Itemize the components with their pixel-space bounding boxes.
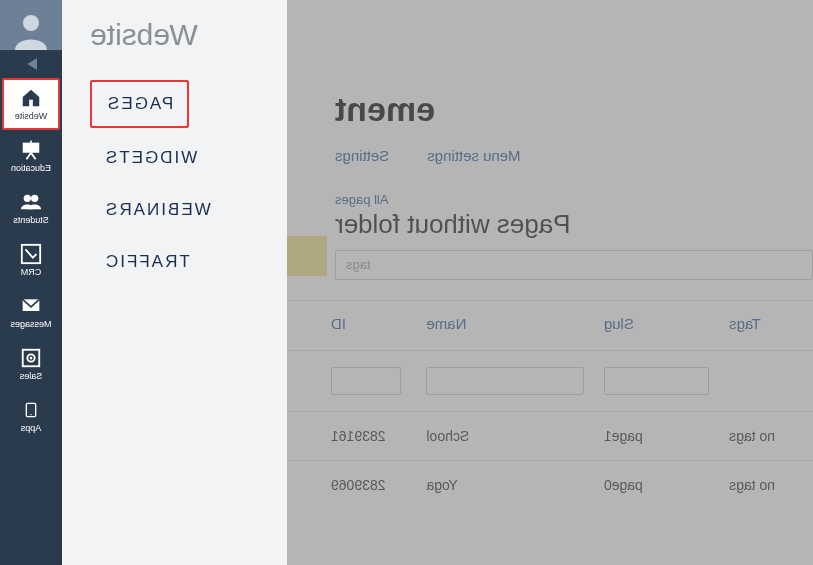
secondary-title: Website (90, 18, 287, 52)
breadcrumb[interactable]: All pages (287, 192, 813, 207)
filter-slug[interactable] (604, 367, 709, 395)
phone-icon (18, 399, 44, 421)
cell-name: School (416, 412, 593, 461)
nav-item-education[interactable]: Education (2, 130, 60, 182)
filter-row (287, 351, 813, 412)
col-name[interactable]: Name (416, 301, 593, 351)
nav-label: Messages (10, 319, 51, 329)
svg-point-0 (23, 15, 39, 31)
play-icon (25, 58, 37, 70)
secondary-item-widgets[interactable]: WIDGETS (90, 136, 211, 180)
secondary-item-traffic[interactable]: TRAFFIC (90, 240, 204, 284)
cell-slug[interactable]: page0 (594, 461, 719, 510)
nav-label: Apps (21, 423, 42, 433)
group-icon (18, 191, 44, 213)
svg-point-2 (31, 195, 38, 202)
col-slug[interactable]: Slug (594, 301, 719, 351)
checkbox-icon (18, 243, 44, 265)
filter-id[interactable] (331, 367, 401, 395)
nav-item-website[interactable]: Website (2, 78, 60, 130)
nav-label: Education (11, 163, 51, 173)
table-row[interactable]: no tags page0 Yoga 2839069 (287, 461, 813, 510)
svg-rect-1 (23, 143, 40, 153)
col-id[interactable]: ID (287, 301, 416, 351)
cell-tags: no tags (719, 461, 813, 510)
play-toggle[interactable] (0, 50, 62, 78)
envelope-icon (18, 295, 44, 317)
cell-tags: no tags (719, 412, 813, 461)
tab-menu-settings[interactable]: Menu settings (427, 147, 520, 164)
main-area: ement Menu settings Settings All pages P… (287, 0, 813, 565)
cell-id: 2839161 (287, 412, 416, 461)
pages-table: Tags Slug Name ID no tags page1 School 2… (287, 300, 813, 509)
avatar[interactable] (0, 0, 62, 50)
nav-item-messages[interactable]: Messages (2, 286, 60, 338)
subtitle: Pages without folder (287, 209, 813, 240)
secondary-item-pages[interactable]: PAGES (90, 80, 189, 128)
nav-label: Students (13, 215, 49, 225)
home-icon (18, 87, 44, 109)
col-tags[interactable]: Tags (719, 301, 813, 351)
nav-item-crm[interactable]: CRM (2, 234, 60, 286)
filter-name[interactable] (426, 367, 583, 395)
secondary-item-webinars[interactable]: WEBINARS (90, 188, 225, 232)
cell-slug[interactable]: page1 (594, 412, 719, 461)
nav-label: Website (15, 111, 47, 121)
cell-id: 2839069 (287, 461, 416, 510)
tags-filter[interactable]: tags (335, 250, 813, 280)
svg-rect-4 (22, 245, 40, 263)
cell-name: Yoga (416, 461, 593, 510)
nav-item-students[interactable]: Students (2, 182, 60, 234)
svg-point-3 (24, 195, 31, 202)
nav-item-sales[interactable]: Sales (2, 338, 60, 390)
user-icon (11, 10, 51, 50)
secondary-panel: Website PAGES WIDGETS WEBINARS TRAFFIC (62, 0, 287, 565)
nav-label: Sales (20, 371, 43, 381)
table-row[interactable]: no tags page1 School 2839161 (287, 412, 813, 461)
highlight-edge (287, 236, 327, 276)
safe-icon (18, 347, 44, 369)
nav-item-apps[interactable]: Apps (2, 390, 60, 442)
tab-settings[interactable]: Settings (335, 147, 389, 164)
nav-rail: Website Education Students CRM Messages … (0, 0, 62, 565)
svg-point-10 (30, 414, 31, 415)
nav-label: CRM (21, 267, 42, 277)
easel-icon (18, 139, 44, 161)
tags-input[interactable]: tags (335, 250, 813, 280)
table-header-row: Tags Slug Name ID (287, 301, 813, 351)
page-title: ement (287, 90, 813, 129)
svg-point-8 (30, 357, 33, 360)
